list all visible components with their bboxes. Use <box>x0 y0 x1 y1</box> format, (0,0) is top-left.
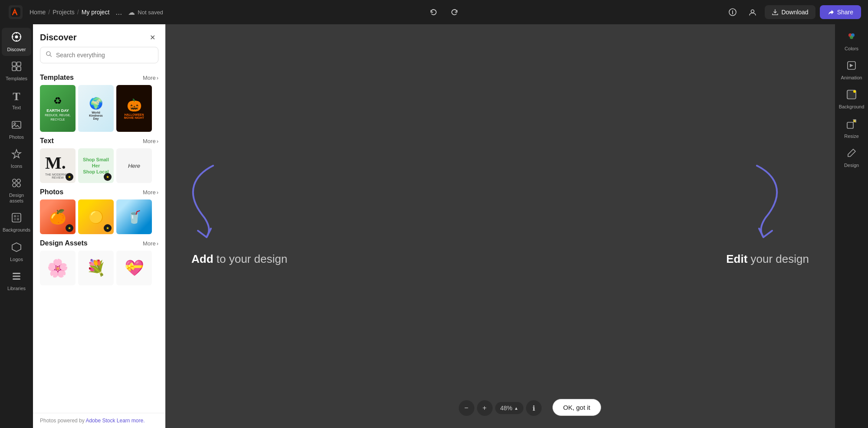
templates-icon <box>11 61 22 74</box>
zoom-out-button[interactable]: − <box>459 400 474 416</box>
design-assets-row: 🌸 💐 💝 <box>40 251 158 285</box>
zoom-chevron-icon: ▲ <box>514 406 519 411</box>
sidebar-item-text-label: Text <box>12 105 21 111</box>
sidebar-item-colors[interactable]: Colors <box>837 28 866 55</box>
sidebar-item-icons[interactable]: Icons <box>2 145 31 173</box>
account-button[interactable] <box>745 4 760 20</box>
sidebar-item-animation[interactable]: Animation <box>837 57 866 84</box>
sidebar-item-photos[interactable]: Photos <box>2 116 31 144</box>
sidebar-item-discover[interactable]: Discover <box>2 28 31 56</box>
nav-current-project: My project <box>82 9 110 16</box>
asset-item-flower1[interactable]: 🌸 <box>40 251 76 285</box>
libraries-icon <box>11 271 22 284</box>
sidebar-item-background[interactable]: Background <box>837 86 866 113</box>
sidebar-item-text[interactable]: T Text <box>2 87 31 114</box>
asset-item-flower2[interactable]: 💐 <box>78 251 114 285</box>
svg-point-2 <box>751 10 754 13</box>
download-label: Download <box>781 9 808 16</box>
text-item-modernist[interactable]: M. THE MODERNISTREVIEW ★ <box>40 148 76 183</box>
template-halloween-night[interactable]: 🎃 HALLOWEENMOVIE NIGHT <box>116 85 152 132</box>
discover-icon <box>11 31 22 45</box>
topbar-center <box>167 4 722 20</box>
share-button[interactable]: Share <box>820 5 861 19</box>
photos-more-link[interactable]: More › <box>143 189 158 196</box>
svg-point-11 <box>13 179 16 183</box>
photos-row: 🍊 ★ 🟡 ★ 🥤 <box>40 199 158 234</box>
zoom-level-display[interactable]: 48% ▲ <box>495 402 524 414</box>
svg-point-31 <box>853 90 856 93</box>
panel-title: Discover <box>40 33 77 42</box>
sidebar-item-resize[interactable]: Resize <box>837 115 866 143</box>
photos-section-title: Photos <box>40 188 63 196</box>
template-world-kindness[interactable]: 🌍 WorldKindnessDay <box>78 85 114 132</box>
photo-item-food[interactable]: 🍊 ★ <box>40 199 76 234</box>
panel-close-button[interactable]: ✕ <box>146 31 158 43</box>
svg-point-27 <box>850 36 853 39</box>
breadcrumb-sep2: / <box>77 9 79 16</box>
sidebar-item-libraries-label: Libraries <box>7 286 26 291</box>
template-earth-day[interactable]: ♻ EARTH DAYREDUCE, REUSE, RECYCLE <box>40 85 76 132</box>
sidebar-item-design-assets[interactable]: Design assets <box>2 174 31 207</box>
learn-more-link[interactable]: Learn more. <box>117 418 145 424</box>
design-assets-more-link[interactable]: More › <box>143 240 158 247</box>
panel-scroll[interactable]: Templates More › ♻ EARTH DAYREDUCE, REUS… <box>33 69 165 413</box>
search-input[interactable] <box>56 52 153 59</box>
more-options-button[interactable]: ... <box>113 6 125 19</box>
sidebar-item-templates[interactable]: Templates <box>2 58 31 85</box>
svg-rect-33 <box>847 122 853 128</box>
sidebar-item-design-label: Design <box>844 163 859 168</box>
asset-item-heart[interactable]: 💝 <box>116 251 152 285</box>
info-button[interactable]: ℹ <box>526 400 542 416</box>
templates-more-link[interactable]: More › <box>143 75 158 81</box>
svg-rect-23 <box>13 278 20 280</box>
nav-projects[interactable]: Projects <box>53 9 75 16</box>
design-assets-icon <box>11 178 22 191</box>
undo-button[interactable] <box>426 4 441 20</box>
sidebar-item-animation-label: Animation <box>841 75 862 81</box>
sidebar-item-backgrounds-label: Backgrounds <box>3 227 30 233</box>
svg-rect-7 <box>12 67 16 71</box>
backgrounds-icon <box>11 212 22 225</box>
photo-item-yellow[interactable]: 🟡 ★ <box>78 199 114 234</box>
text-item-here[interactable]: Here <box>116 148 152 183</box>
text-section-title: Text <box>40 137 54 145</box>
svg-rect-15 <box>12 213 21 222</box>
sidebar-item-logos[interactable]: Logos <box>2 239 31 266</box>
sidebar-item-templates-label: Templates <box>6 76 27 82</box>
redo-button[interactable] <box>447 4 462 20</box>
add-hint-arrow <box>178 157 230 244</box>
sidebar-item-libraries[interactable]: Libraries <box>2 268 31 295</box>
design-assets-section-title: Design Assets <box>40 239 88 247</box>
svg-rect-19 <box>17 218 19 220</box>
bottom-toolbar: − + 48% ▲ ℹ <box>459 400 542 416</box>
tips-button[interactable] <box>725 4 740 20</box>
download-button[interactable]: Download <box>765 5 815 19</box>
text-more-link[interactable]: More › <box>143 138 158 144</box>
sidebar-item-background-label: Background <box>839 104 865 110</box>
photo-item-drink[interactable]: 🥤 <box>116 199 152 234</box>
ok-got-it-button[interactable]: OK, got it <box>552 399 602 416</box>
sidebar-item-design[interactable]: Design <box>837 144 866 172</box>
resize-icon <box>846 119 857 132</box>
breadcrumb-sep1: / <box>48 9 50 16</box>
nav-home[interactable]: Home <box>30 9 46 16</box>
app-logo[interactable] <box>7 3 24 21</box>
sidebar-item-discover-label: Discover <box>7 47 26 52</box>
templates-section-title: Templates <box>40 74 74 82</box>
zoom-in-button[interactable]: + <box>477 400 493 416</box>
sidebar-item-backgrounds[interactable]: Backgrounds <box>2 209 31 236</box>
logos-icon <box>11 242 22 255</box>
breadcrumb: Home / Projects / My project <box>30 9 109 16</box>
svg-rect-5 <box>12 62 16 66</box>
svg-rect-8 <box>17 67 21 71</box>
adobe-stock-link[interactable]: Adobe Stock <box>85 418 115 424</box>
text-item-shop-small[interactable]: Shop SmallHerShop Local ★ <box>78 148 114 183</box>
svg-rect-16 <box>14 215 16 217</box>
panel-footer: Photos powered by Adobe Stock Learn more… <box>33 413 165 428</box>
search-bar <box>40 47 158 63</box>
save-status-label: Not saved <box>138 9 163 16</box>
sidebar-item-photos-label: Photos <box>9 134 24 140</box>
design-icon <box>846 148 857 161</box>
photos-section-header: Photos More › <box>40 188 158 196</box>
add-hint-text: Add to your design <box>191 252 287 266</box>
